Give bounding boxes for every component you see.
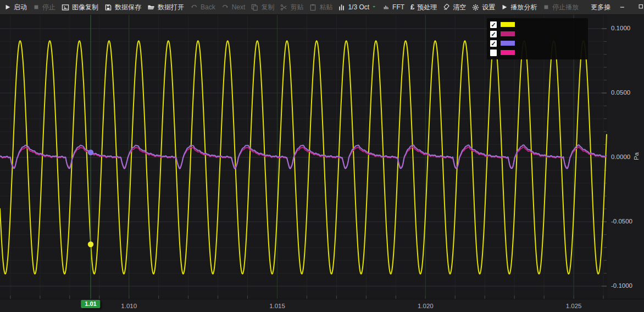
toolbar-copy-label: 复制 [261, 3, 274, 12]
dropdown-arrow-icon[interactable] [372, 5, 377, 10]
y-tick-label: -0.0500 [611, 218, 632, 225]
minimize-icon [620, 2, 626, 12]
toolbar-stop-play-button: 停止播放 [543, 3, 579, 12]
toolbar-data-open-label: 数据打开 [158, 3, 184, 12]
toolbar-stop-button: 停止 [33, 3, 55, 12]
cut-icon [280, 4, 287, 11]
x-tick-label: 1.025 [566, 303, 582, 309]
toolbar-image-copy-label: 图像复制 [72, 3, 98, 12]
toolbar-play-analyze-label: 播放分析 [510, 3, 537, 12]
y-tick-label: -0.1000 [611, 282, 632, 289]
minimize-button[interactable] [617, 2, 629, 12]
toolbar-start-button[interactable]: 启动 [4, 3, 27, 12]
toolbar-play-analyze-button[interactable]: 播放分析 [501, 3, 537, 12]
stop-play-icon [543, 4, 549, 10]
y-axis: Pa 0.10000.05000.0000-0.0500-0.1000 [607, 15, 644, 299]
toolbar-fft-button[interactable]: FFT [384, 3, 404, 11]
copy-icon [251, 4, 258, 11]
toolbar-next-label: Next [232, 3, 246, 11]
y-tick-label: 0.0500 [611, 89, 630, 96]
toolbar-data-save-label: 数据保存 [115, 3, 141, 12]
start-icon [4, 4, 11, 10]
settings-icon [472, 4, 479, 11]
toolbar-preprocess-button[interactable]: £预处理 [410, 3, 437, 12]
toolbar-next-button: Next [221, 3, 246, 11]
y-tick-label: 0.0000 [611, 154, 630, 160]
toolbar-stop-play-label: 停止播放 [552, 3, 579, 12]
channel-3-color-swatch [501, 41, 515, 46]
toolbar-settings-label: 设置 [482, 3, 495, 12]
channel-2-checkbox[interactable]: ✓ [490, 31, 497, 37]
toolbar-data-save-button[interactable]: 数据保存 [104, 3, 141, 12]
legend-row-channel-3[interactable]: ✓ [490, 39, 584, 48]
toolbar-image-copy-button[interactable]: 图像复制 [62, 3, 98, 12]
toolbar-data-open-button[interactable]: 数据打开 [147, 3, 184, 12]
next-icon [221, 4, 229, 10]
cursor-dot-1[interactable] [88, 242, 93, 247]
channel-3-checkbox[interactable]: ✓ [490, 40, 497, 47]
y-axis-unit: Pa [633, 152, 640, 160]
channel-legend: ✓✓✓ [487, 18, 588, 59]
paste-icon [309, 4, 317, 11]
back-icon [190, 4, 198, 10]
channel-4-checkbox[interactable] [490, 50, 497, 56]
toolbar-back-button: Back [190, 3, 215, 11]
channel-1-checkbox[interactable]: ✓ [490, 21, 497, 28]
toolbar-start-label: 启动 [14, 3, 27, 12]
octave-icon [338, 4, 345, 11]
legend-row-channel-2[interactable]: ✓ [490, 29, 584, 39]
toolbar-stop-label: 停止 [42, 3, 55, 12]
x-tick-label: 1.015 [269, 303, 285, 309]
toolbar-paste-button: 粘贴 [309, 3, 332, 12]
toolbar-fft-label: FFT [392, 3, 404, 11]
legend-row-channel-1[interactable]: ✓ [490, 20, 584, 29]
toolbar-clear-button[interactable]: 清空 [443, 3, 466, 12]
legend-row-channel-4[interactable] [490, 48, 584, 57]
y-tick-label: 0.1000 [611, 25, 630, 31]
toolbar-preprocess-label: 预处理 [417, 3, 437, 12]
cursor-dot-2[interactable] [88, 150, 93, 155]
toolbar-copy-button: 复制 [251, 3, 274, 12]
x-axis: 1.01 1.0101.0151.0201.025 [0, 299, 644, 312]
cursor-time-badge[interactable]: 1.01 [81, 300, 100, 308]
toolbar-clear-label: 清空 [453, 3, 466, 12]
x-tick-label: 1.010 [121, 303, 137, 309]
image-copy-icon [62, 4, 69, 11]
toolbar-more-label: 更多操 [591, 3, 610, 12]
toolbar-back-label: Back [201, 3, 215, 11]
maximize-icon [639, 2, 644, 12]
toolbar-cut-button: 剪贴 [280, 3, 303, 12]
toolbar-paste-label: 粘贴 [319, 3, 332, 12]
maximize-button[interactable] [635, 2, 644, 12]
data-save-icon [104, 4, 112, 11]
toolbar-more-button[interactable]: 更多操 [591, 3, 610, 12]
data-open-icon [147, 4, 155, 11]
toolbar-octave-button[interactable]: 1/3 Oct [338, 3, 377, 11]
toolbar-cut-label: 剪贴 [290, 3, 303, 12]
x-tick-label: 1.020 [418, 303, 434, 309]
play-analyze-icon [501, 4, 508, 10]
toolbar-octave-label: 1/3 Oct [348, 3, 369, 11]
clear-icon [443, 4, 450, 10]
fft-icon [384, 4, 390, 10]
channel-2-color-swatch [501, 31, 515, 36]
stop-icon [33, 4, 40, 10]
preprocess-icon: £ [410, 3, 414, 11]
toolbar-settings-button[interactable]: 设置 [472, 3, 495, 12]
toolbar: 启动停止图像复制数据保存数据打开BackNext复制剪贴粘贴1/3 OctFFT… [0, 0, 644, 15]
channel-1-color-swatch [501, 22, 515, 27]
channel-4-color-swatch [501, 50, 515, 55]
